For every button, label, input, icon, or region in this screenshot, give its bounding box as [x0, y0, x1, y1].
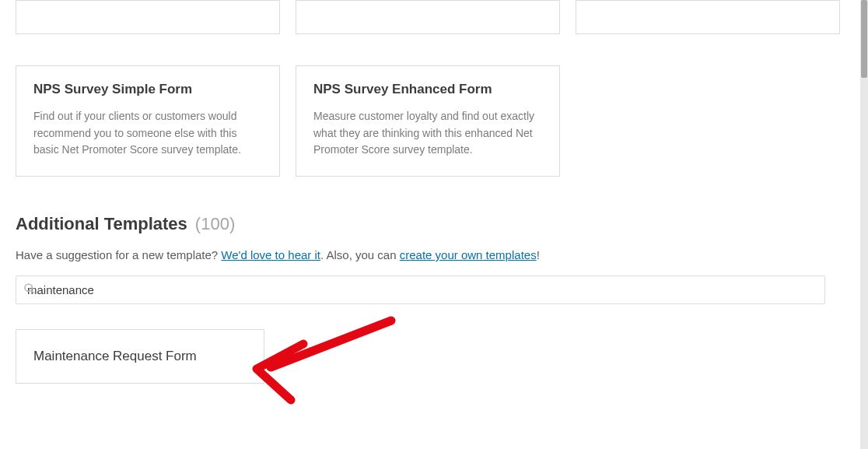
- section-header: Additional Templates (100): [16, 214, 860, 234]
- template-card-row: NPS Survey Simple Form Find out if your …: [16, 65, 860, 177]
- sub-mid: . Also, you can: [320, 248, 400, 261]
- card-desc: Measure customer loyalty and find out ex…: [313, 108, 542, 159]
- sub-prefix: Have a suggestion for a new template?: [16, 248, 221, 261]
- red-arrow-annotation: [247, 313, 403, 414]
- card-title: NPS Survey Enhanced Form: [313, 82, 542, 97]
- template-card-nps-enhanced[interactable]: NPS Survey Enhanced Form Measure custome…: [296, 65, 560, 177]
- search-container: [16, 275, 860, 304]
- scrollbar-thumb[interactable]: [861, 0, 867, 78]
- section-subtext: Have a suggestion for a new template? We…: [16, 248, 860, 261]
- section-title: Additional Templates: [16, 214, 187, 234]
- card-title: Maintenance Request Form: [33, 349, 247, 364]
- template-card-placeholder[interactable]: [16, 0, 280, 34]
- create-own-link[interactable]: create your own templates: [400, 248, 537, 261]
- card-desc: Find out if your clients or customers wo…: [33, 108, 262, 159]
- top-card-row: [16, 0, 860, 34]
- vertical-scrollbar[interactable]: [860, 0, 868, 449]
- template-card-nps-simple[interactable]: NPS Survey Simple Form Find out if your …: [16, 65, 280, 177]
- sub-suffix: !: [537, 248, 540, 261]
- suggestion-link[interactable]: We'd love to hear it: [221, 248, 320, 261]
- template-card-placeholder[interactable]: [576, 0, 840, 34]
- section-count: (100): [195, 214, 235, 234]
- template-search-input[interactable]: [16, 275, 825, 304]
- template-card-placeholder[interactable]: [296, 0, 560, 34]
- template-card-maintenance-request[interactable]: Maintenance Request Form: [16, 329, 264, 384]
- card-title: NPS Survey Simple Form: [33, 82, 262, 97]
